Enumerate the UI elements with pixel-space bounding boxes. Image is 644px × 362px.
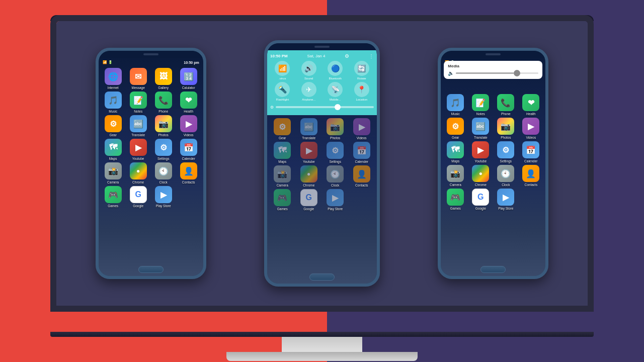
- sound-toggle-icon: 🔊: [301, 61, 316, 76]
- gear-icon: ⚙: [105, 115, 122, 132]
- app-maps-label: Maps: [109, 157, 117, 160]
- mid-calendar-icon: 📅: [353, 142, 370, 159]
- app-r-phone[interactable]: 📞 Phone: [494, 94, 517, 116]
- app-mid-photos-label: Photos: [330, 136, 340, 140]
- r-calendar-icon: 📅: [522, 141, 539, 158]
- app-r-music[interactable]: 🎵 Music: [444, 94, 467, 116]
- laptop-screen: 📶 🔋 10:50 pm 🌐 Internet ✉ Message: [50, 15, 594, 312]
- media-progress: [456, 72, 514, 74]
- status-left-icons: 📶 🔋: [103, 60, 113, 64]
- media-slider[interactable]: [456, 72, 538, 74]
- app-mid-contacts: 👤 Contacts: [349, 165, 374, 187]
- app-r-google[interactable]: G Google: [469, 189, 492, 210]
- app-mid-gear: ⚙ Gear: [270, 118, 295, 140]
- app-r-videos[interactable]: ▶ Videos: [519, 118, 542, 139]
- app-maps[interactable]: 🗺 Maps: [102, 139, 125, 160]
- app-r-camera[interactable]: 📸 Camera: [444, 165, 467, 187]
- panel-time: 10:50 PM: [270, 54, 288, 58]
- app-camera[interactable]: 📸 Camera: [102, 162, 125, 184]
- app-contacts[interactable]: 👤 Contacts: [177, 162, 200, 184]
- panel-more-icon[interactable]: ⋮: [369, 53, 374, 59]
- app-r-photos[interactable]: 📷 Photos: [494, 118, 517, 139]
- app-notes[interactable]: 📝 Notes: [127, 92, 150, 113]
- app-r-calendar[interactable]: 📅 Calender: [519, 141, 542, 163]
- app-photos-label: Photos: [158, 133, 169, 137]
- app-clock[interactable]: 🕙 Clock: [152, 162, 175, 184]
- app-r-gear[interactable]: ⚙ Gear: [444, 118, 467, 139]
- app-games[interactable]: 🎮 Games: [102, 186, 125, 208]
- app-mid-translate-label: Translate: [302, 136, 315, 140]
- app-calendar[interactable]: 📅 Calender: [177, 139, 200, 160]
- google-icon: G: [130, 186, 147, 203]
- app-r-games[interactable]: 🎮 Games: [444, 189, 467, 210]
- app-r-chrome[interactable]: ● Chrome: [469, 165, 492, 187]
- app-r-maps[interactable]: 🗺 Maps: [444, 141, 467, 163]
- home-button-left[interactable]: [138, 266, 164, 273]
- app-playstore[interactable]: ▶ Play Store: [152, 186, 175, 208]
- app-r-notes[interactable]: 📝 Notes: [469, 94, 492, 116]
- toggle-rotate[interactable]: 🔄 Rotate: [349, 61, 374, 80]
- phone-middle-screen: 10:50 PM Sat, Jan 4 ⚙ ⋮ 📶 .virus 🔊: [267, 43, 377, 284]
- app-mid-calendar: 📅 Calender: [349, 142, 374, 163]
- app-translate[interactable]: 🔤 Translate: [127, 115, 150, 137]
- toggle-bluetooth[interactable]: 🔵 Bluetooth: [323, 61, 348, 80]
- r-music-icon: 🎵: [447, 94, 464, 111]
- app-mid-calendar-label: Calender: [355, 160, 368, 163]
- quick-toggles: 📶 .virus 🔊 Sound 🔵 Bluetooth: [270, 61, 374, 101]
- app-grid-left: 🌐 Internet ✉ Message 🖼 Gallery 🔢: [99, 66, 203, 210]
- music-icon: 🎵: [105, 92, 122, 109]
- app-r-youtube[interactable]: ▶ Youtube: [469, 141, 492, 163]
- r-google-icon: G: [472, 189, 489, 206]
- app-health[interactable]: ❤ Health: [177, 92, 200, 113]
- toggle-location[interactable]: 📍 Location: [349, 82, 374, 101]
- app-music[interactable]: 🎵 Music: [102, 92, 125, 113]
- app-mid-settings: ⚙ Settings: [323, 142, 348, 163]
- app-google[interactable]: G Google: [127, 186, 150, 208]
- r-contacts-icon: 👤: [522, 165, 539, 182]
- app-mid-playstore: ▶ Play Store: [323, 189, 348, 211]
- app-phone[interactable]: 📞 Phone: [152, 92, 175, 113]
- app-calculator[interactable]: 🔢 Calulator: [177, 68, 200, 89]
- panel-settings-icon[interactable]: ⚙: [345, 53, 349, 59]
- app-r-clock[interactable]: 🕙 Clock: [494, 165, 517, 187]
- laptop-base: [226, 352, 418, 361]
- app-chrome[interactable]: ● Chrome: [127, 162, 150, 184]
- laptop: 📶 🔋 10:50 pm 🌐 Internet ✉ Message: [50, 15, 594, 337]
- toggle-airplane[interactable]: ✈ Airplane...: [296, 82, 321, 101]
- app-mid-camera-label: Camera: [277, 184, 288, 187]
- app-r-health[interactable]: ❤ Health: [519, 94, 542, 116]
- app-settings[interactable]: ⚙ Settings: [152, 139, 175, 160]
- phone-left: 📶 🔋 10:50 pm 🌐 Internet ✉ Message: [96, 48, 206, 279]
- brightness-slider[interactable]: [276, 106, 374, 108]
- app-gear[interactable]: ⚙ Gear: [102, 115, 125, 137]
- app-r-translate[interactable]: 🔤 Translate: [469, 118, 492, 139]
- app-r-contacts[interactable]: 👤 Contacts: [519, 165, 542, 187]
- r-maps-icon: 🗺: [447, 141, 464, 158]
- panel-header: 10:50 PM Sat, Jan 4 ⚙ ⋮: [270, 53, 374, 59]
- mid-contacts-icon: 👤: [353, 165, 370, 183]
- app-message[interactable]: ✉ Message: [127, 68, 150, 89]
- home-button-middle[interactable]: [309, 274, 335, 281]
- app-youtube[interactable]: ▶ Youtube: [127, 139, 150, 160]
- app-gallery[interactable]: 🖼 Gallery: [152, 68, 175, 89]
- app-r-calendar-label: Calender: [524, 159, 537, 163]
- toggle-wifi-label: .virus: [279, 77, 286, 80]
- app-videos[interactable]: ▶ Videos: [177, 115, 200, 137]
- phone-right-screen: 📶 🔋 10:50 pm Media 🔈: [441, 51, 545, 276]
- app-r-settings[interactable]: ⚙ Settings: [494, 141, 517, 163]
- speaker-right: [486, 53, 501, 55]
- toggle-airplane-label: Airplane...: [302, 98, 315, 101]
- app-camera-label: Camera: [107, 180, 119, 184]
- app-clock-label: Clock: [159, 180, 168, 184]
- home-button-right[interactable]: [480, 266, 506, 273]
- app-internet[interactable]: 🌐 Internet: [102, 68, 125, 89]
- toggle-wifi[interactable]: 📶 .virus: [270, 61, 295, 80]
- app-photos[interactable]: 📷 Photos: [152, 115, 175, 137]
- wifi-toggle-icon: 📶: [275, 61, 290, 76]
- toggle-mobile[interactable]: 📡 Mobile...: [323, 82, 348, 101]
- toggle-flashlight[interactable]: 🔦 Flashlight: [270, 82, 295, 101]
- app-r-playstore[interactable]: ▶ Play Store: [494, 189, 517, 210]
- r-photos-icon: 📷: [497, 118, 514, 135]
- app-r-health-label: Health: [526, 112, 536, 116]
- toggle-sound[interactable]: 🔊 Sound: [296, 61, 321, 80]
